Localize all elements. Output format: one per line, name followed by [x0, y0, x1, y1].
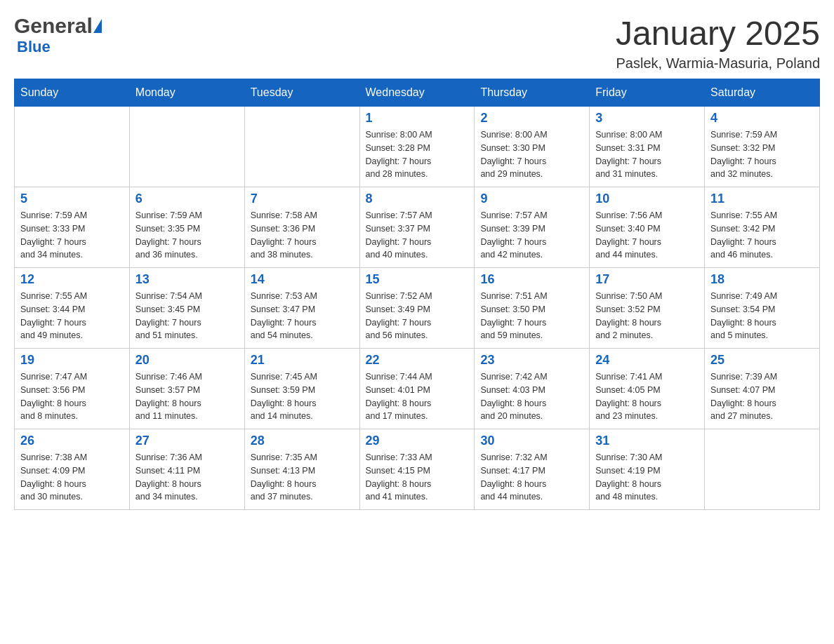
day-header-tuesday: Tuesday: [244, 79, 359, 107]
day-number: 29: [366, 434, 469, 448]
calendar-week-1: 1Sunrise: 8:00 AMSunset: 3:28 PMDaylight…: [15, 107, 820, 187]
calendar-cell: 2Sunrise: 8:00 AMSunset: 3:30 PMDaylight…: [475, 107, 590, 187]
month-title: January 2025: [616, 14, 820, 53]
day-number: 12: [20, 272, 124, 287]
calendar-cell: 6Sunrise: 7:59 AMSunset: 3:35 PMDaylight…: [129, 187, 244, 268]
calendar-cell: [705, 429, 820, 510]
day-info: Sunrise: 7:49 AMSunset: 3:54 PMDaylight:…: [710, 290, 814, 342]
calendar-cell: 27Sunrise: 7:36 AMSunset: 4:11 PMDayligh…: [129, 429, 244, 510]
page-header: General Blue January 2025 Paslek, Warmia…: [14, 14, 820, 72]
day-info: Sunrise: 7:59 AMSunset: 3:35 PMDaylight:…: [135, 209, 239, 262]
day-info: Sunrise: 7:35 AMSunset: 4:13 PMDaylight:…: [251, 451, 354, 504]
day-number: 10: [595, 192, 699, 206]
day-number: 22: [366, 353, 469, 368]
calendar-week-3: 12Sunrise: 7:55 AMSunset: 3:44 PMDayligh…: [15, 268, 820, 349]
day-info: Sunrise: 7:54 AMSunset: 3:45 PMDaylight:…: [135, 290, 239, 342]
day-info: Sunrise: 8:00 AMSunset: 3:30 PMDaylight:…: [480, 128, 583, 181]
calendar-cell: 18Sunrise: 7:49 AMSunset: 3:54 PMDayligh…: [705, 268, 820, 349]
day-number: 20: [135, 353, 239, 368]
day-number: 7: [251, 192, 354, 206]
day-info: Sunrise: 7:45 AMSunset: 3:59 PMDaylight:…: [251, 370, 354, 423]
day-number: 15: [366, 272, 469, 287]
calendar-cell: 23Sunrise: 7:42 AMSunset: 4:03 PMDayligh…: [475, 349, 590, 429]
calendar-cell: 19Sunrise: 7:47 AMSunset: 3:56 PMDayligh…: [15, 349, 130, 429]
day-info: Sunrise: 7:36 AMSunset: 4:11 PMDaylight:…: [135, 451, 239, 504]
day-number: 11: [710, 192, 814, 206]
day-number: 1: [366, 111, 469, 126]
day-number: 19: [20, 353, 124, 368]
day-info: Sunrise: 7:33 AMSunset: 4:15 PMDaylight:…: [366, 451, 469, 504]
day-number: 26: [20, 434, 124, 448]
calendar-cell: 13Sunrise: 7:54 AMSunset: 3:45 PMDayligh…: [129, 268, 244, 349]
day-info: Sunrise: 7:53 AMSunset: 3:47 PMDaylight:…: [251, 290, 354, 342]
calendar-header-row: SundayMondayTuesdayWednesdayThursdayFrid…: [15, 79, 820, 107]
calendar-week-4: 19Sunrise: 7:47 AMSunset: 3:56 PMDayligh…: [15, 349, 820, 429]
calendar-cell: [244, 107, 359, 187]
day-number: 5: [20, 192, 124, 206]
day-number: 17: [595, 272, 699, 287]
calendar-cell: 3Sunrise: 8:00 AMSunset: 3:31 PMDaylight…: [590, 107, 705, 187]
day-info: Sunrise: 7:52 AMSunset: 3:49 PMDaylight:…: [366, 290, 469, 342]
calendar-cell: 28Sunrise: 7:35 AMSunset: 4:13 PMDayligh…: [244, 429, 359, 510]
title-section: January 2025 Paslek, Warmia-Masuria, Pol…: [616, 14, 820, 72]
calendar-cell: 5Sunrise: 7:59 AMSunset: 3:33 PMDaylight…: [15, 187, 130, 268]
day-number: 30: [480, 434, 583, 448]
calendar-cell: 11Sunrise: 7:55 AMSunset: 3:42 PMDayligh…: [705, 187, 820, 268]
calendar-table: SundayMondayTuesdayWednesdayThursdayFrid…: [14, 79, 820, 510]
day-number: 24: [595, 353, 699, 368]
calendar-cell: 12Sunrise: 7:55 AMSunset: 3:44 PMDayligh…: [15, 268, 130, 349]
day-number: 16: [480, 272, 583, 287]
logo-general-text: General: [14, 14, 93, 38]
day-info: Sunrise: 7:46 AMSunset: 3:57 PMDaylight:…: [135, 370, 239, 423]
logo-blue-text: Blue: [14, 38, 51, 56]
calendar-cell: 4Sunrise: 7:59 AMSunset: 3:32 PMDaylight…: [705, 107, 820, 187]
day-info: Sunrise: 8:00 AMSunset: 3:31 PMDaylight:…: [595, 128, 699, 181]
day-info: Sunrise: 7:47 AMSunset: 3:56 PMDaylight:…: [20, 370, 124, 423]
day-info: Sunrise: 7:38 AMSunset: 4:09 PMDaylight:…: [20, 451, 124, 504]
day-number: 23: [480, 353, 583, 368]
calendar-cell: 21Sunrise: 7:45 AMSunset: 3:59 PMDayligh…: [244, 349, 359, 429]
day-header-friday: Friday: [590, 79, 705, 107]
calendar-cell: 16Sunrise: 7:51 AMSunset: 3:50 PMDayligh…: [475, 268, 590, 349]
day-number: 2: [480, 111, 583, 126]
day-info: Sunrise: 7:51 AMSunset: 3:50 PMDaylight:…: [480, 290, 583, 342]
day-info: Sunrise: 7:56 AMSunset: 3:40 PMDaylight:…: [595, 209, 699, 262]
day-info: Sunrise: 7:42 AMSunset: 4:03 PMDaylight:…: [480, 370, 583, 423]
calendar-cell: 8Sunrise: 7:57 AMSunset: 3:37 PMDaylight…: [359, 187, 475, 268]
day-info: Sunrise: 7:44 AMSunset: 4:01 PMDaylight:…: [366, 370, 469, 423]
day-info: Sunrise: 7:32 AMSunset: 4:17 PMDaylight:…: [480, 451, 583, 504]
day-header-saturday: Saturday: [705, 79, 820, 107]
day-number: 31: [595, 434, 699, 448]
day-number: 21: [251, 353, 354, 368]
day-number: 27: [135, 434, 239, 448]
calendar-week-2: 5Sunrise: 7:59 AMSunset: 3:33 PMDaylight…: [15, 187, 820, 268]
calendar-cell: 10Sunrise: 7:56 AMSunset: 3:40 PMDayligh…: [590, 187, 705, 268]
calendar-cell: 30Sunrise: 7:32 AMSunset: 4:17 PMDayligh…: [475, 429, 590, 510]
calendar-cell: 26Sunrise: 7:38 AMSunset: 4:09 PMDayligh…: [15, 429, 130, 510]
day-info: Sunrise: 7:39 AMSunset: 4:07 PMDaylight:…: [710, 370, 814, 423]
day-number: 18: [710, 272, 814, 287]
calendar-week-5: 26Sunrise: 7:38 AMSunset: 4:09 PMDayligh…: [15, 429, 820, 510]
calendar-cell: 29Sunrise: 7:33 AMSunset: 4:15 PMDayligh…: [359, 429, 475, 510]
logo: General Blue: [14, 14, 102, 56]
day-number: 28: [251, 434, 354, 448]
calendar-cell: 14Sunrise: 7:53 AMSunset: 3:47 PMDayligh…: [244, 268, 359, 349]
day-number: 9: [480, 192, 583, 206]
calendar-cell: 15Sunrise: 7:52 AMSunset: 3:49 PMDayligh…: [359, 268, 475, 349]
calendar-cell: [129, 107, 244, 187]
day-info: Sunrise: 7:57 AMSunset: 3:37 PMDaylight:…: [366, 209, 469, 262]
day-info: Sunrise: 7:58 AMSunset: 3:36 PMDaylight:…: [251, 209, 354, 262]
day-info: Sunrise: 7:57 AMSunset: 3:39 PMDaylight:…: [480, 209, 583, 262]
calendar-cell: [15, 107, 130, 187]
day-header-monday: Monday: [129, 79, 244, 107]
calendar-cell: 9Sunrise: 7:57 AMSunset: 3:39 PMDaylight…: [475, 187, 590, 268]
calendar-cell: 24Sunrise: 7:41 AMSunset: 4:05 PMDayligh…: [590, 349, 705, 429]
day-info: Sunrise: 7:59 AMSunset: 3:32 PMDaylight:…: [710, 128, 814, 181]
logo-triangle-icon: [93, 19, 102, 33]
day-info: Sunrise: 8:00 AMSunset: 3:28 PMDaylight:…: [366, 128, 469, 181]
day-number: 14: [251, 272, 354, 287]
day-info: Sunrise: 7:50 AMSunset: 3:52 PMDaylight:…: [595, 290, 699, 342]
location-title: Paslek, Warmia-Masuria, Poland: [616, 55, 820, 72]
day-number: 13: [135, 272, 239, 287]
day-info: Sunrise: 7:59 AMSunset: 3:33 PMDaylight:…: [20, 209, 124, 262]
